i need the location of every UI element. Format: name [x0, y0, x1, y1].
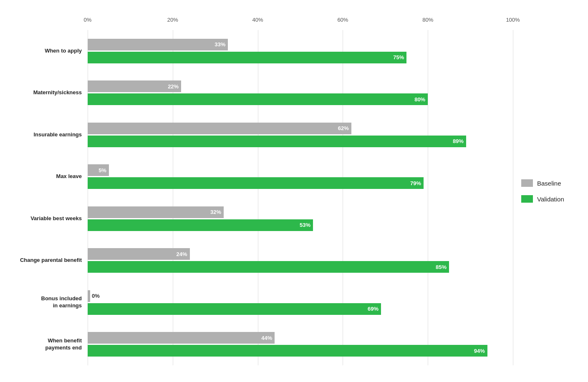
x-axis-label: 100%	[506, 17, 520, 23]
legend-label: Baseline	[537, 180, 561, 187]
y-label-group: Insurable earnings	[4, 114, 88, 156]
validation-bar: 80%	[88, 93, 428, 105]
y-label-group: Maternity/sickness	[4, 72, 88, 114]
bar-label: 79%	[410, 180, 421, 186]
chart-area: 0%20%40%60%80%100% When to applyMaternit…	[0, 17, 513, 365]
validation-bar: 94%	[88, 345, 487, 357]
y-axis-label: Maternity/sickness	[33, 89, 82, 96]
validation-bar: 89%	[88, 136, 466, 147]
legend-swatch	[521, 195, 533, 203]
baseline-bar: 22%	[88, 80, 181, 92]
validation-bar-row: 79%	[88, 177, 513, 189]
x-axis-label: 20%	[167, 17, 178, 23]
x-axis-top: 0%20%40%60%80%100%	[88, 17, 513, 27]
bar-label: 24%	[177, 251, 187, 257]
validation-bar-row: 53%	[88, 219, 513, 231]
bar-label: 94%	[474, 348, 485, 354]
y-axis-label: Max leave	[56, 173, 82, 180]
y-axis-label: Bonus includedin earnings	[41, 295, 82, 309]
y-label-group: When to apply	[4, 30, 88, 72]
baseline-bar: 44%	[88, 332, 275, 344]
x-axis-label: 0%	[84, 17, 92, 23]
validation-bar: 85%	[88, 261, 449, 273]
bar-label: 75%	[393, 54, 404, 60]
validation-bar-row: 80%	[88, 93, 513, 105]
baseline-bar-row: 24%	[88, 248, 513, 260]
y-label-group: Max leave	[4, 156, 88, 198]
baseline-bar-row: 22%	[88, 80, 513, 92]
validation-bar-row: 85%	[88, 261, 513, 273]
validation-bar-row: 69%	[88, 303, 513, 315]
legend-item: Validation	[521, 195, 564, 203]
y-axis-label: Change parental benefit	[20, 257, 82, 264]
baseline-bar-row: 44%	[88, 332, 513, 344]
bar-label: 62%	[338, 125, 349, 131]
y-labels: When to applyMaternity/sicknessInsurable…	[4, 30, 88, 365]
bar-label: 22%	[168, 83, 179, 90]
legend-label: Validation	[537, 196, 564, 203]
baseline-bar: 32%	[88, 206, 224, 218]
baseline-bar: 5%	[88, 164, 109, 176]
y-axis-label: When to apply	[45, 48, 82, 55]
bar-label: 5%	[98, 167, 106, 173]
bars-area: 33%75%22%80%62%89%5%79%32%53%24%85%0%69%…	[88, 30, 513, 365]
x-axis-label: 60%	[337, 17, 348, 23]
baseline-bar: 62%	[88, 123, 351, 134]
y-label-group: When benefitpayments end	[4, 324, 88, 366]
y-axis-label: Insurable earnings	[33, 131, 82, 138]
validation-bar: 53%	[88, 219, 313, 231]
validation-bar: 79%	[88, 177, 424, 189]
baseline-bar-row: 62%	[88, 123, 513, 134]
row-group: 62%89%	[88, 114, 513, 156]
bar-label: 85%	[436, 264, 447, 270]
baseline-bar-row: 32%	[88, 206, 513, 218]
legend: BaselineValidation	[513, 17, 580, 365]
legend-item: Baseline	[521, 179, 561, 187]
baseline-bar: 33%	[88, 39, 228, 50]
row-group: 33%75%	[88, 30, 513, 72]
bar-label: 89%	[453, 138, 464, 144]
y-axis-label: Variable best weeks	[30, 215, 82, 222]
validation-bar-row: 94%	[88, 345, 513, 357]
bar-label: 33%	[215, 41, 225, 48]
row-group: 22%80%	[88, 72, 513, 114]
validation-bar: 75%	[88, 52, 406, 63]
chart-container: 0%20%40%60%80%100% When to applyMaternit…	[0, 0, 588, 382]
row-group: 0%69%	[88, 281, 513, 324]
y-label-group: Change parental benefit	[4, 240, 88, 282]
legend-swatch	[521, 179, 533, 187]
baseline-bar-row: 33%	[88, 39, 513, 50]
baseline-bar-row: 0%	[88, 290, 513, 302]
x-axis-label: 40%	[252, 17, 263, 23]
validation-bar-row: 89%	[88, 136, 513, 147]
baseline-bar-row: 5%	[88, 164, 513, 176]
bar-label: 53%	[300, 222, 310, 228]
bar-label-outside: 0%	[92, 293, 100, 299]
chart-body: When to applyMaternity/sicknessInsurable…	[4, 30, 513, 365]
row-group: 44%94%	[88, 324, 513, 366]
row-group: 32%53%	[88, 198, 513, 240]
row-group: 24%85%	[88, 240, 513, 282]
validation-bar-row: 75%	[88, 52, 513, 63]
baseline-bar	[88, 290, 90, 302]
bar-label: 44%	[261, 335, 272, 341]
y-label-group: Variable best weeks	[4, 198, 88, 240]
y-axis-label: When benefitpayments end	[45, 337, 82, 352]
bar-label: 32%	[210, 209, 221, 215]
y-label-group: Bonus includedin earnings	[4, 281, 88, 324]
x-axis-label: 80%	[422, 17, 433, 23]
bar-label: 69%	[368, 306, 379, 312]
validation-bar: 69%	[88, 303, 381, 315]
baseline-bar: 24%	[88, 248, 190, 260]
row-group: 5%79%	[88, 156, 513, 198]
bar-label: 80%	[414, 96, 425, 103]
